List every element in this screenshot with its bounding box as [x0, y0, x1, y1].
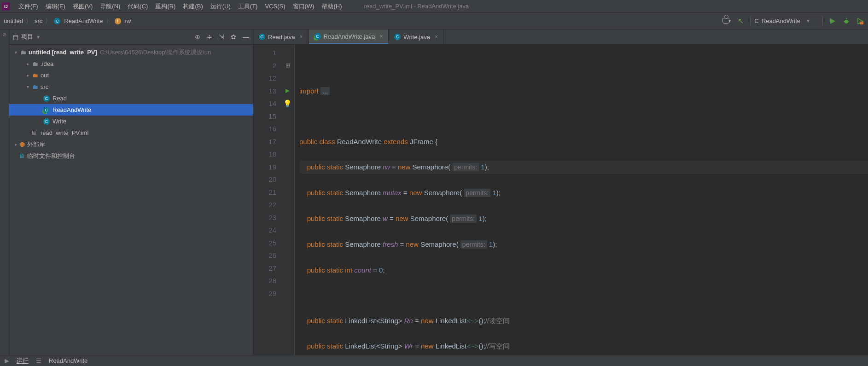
close-icon[interactable]: ×	[300, 34, 303, 40]
menu-view[interactable]: 视图(V)	[69, 2, 96, 11]
svg-marker-0	[830, 18, 835, 24]
menu-refactor[interactable]: 重构(R)	[151, 2, 179, 11]
menu-build[interactable]: 构建(B)	[179, 2, 206, 11]
tree-node-src[interactable]: ▾🖿 src	[9, 81, 253, 93]
editor-tabs: C Read.java× C ReadAndWrite.java× C Writ…	[253, 29, 868, 45]
project-view-icon: ▤	[13, 34, 18, 41]
status-context-icon: ☰	[36, 357, 41, 364]
tree-node-external-libs[interactable]: ▸🞧 外部库	[9, 139, 253, 150]
file-icon: 🗎	[31, 129, 39, 136]
navigation-bar: untitled 〉 src 〉 C ReadAndWrite 〉 f rw ▾…	[0, 13, 868, 29]
app-logo: IJ	[2, 2, 10, 11]
chevron-down-icon[interactable]: ▼	[36, 35, 41, 40]
status-context: ReadAndWrite	[49, 357, 87, 364]
breadcrumb-item[interactable]: untitled	[4, 17, 23, 24]
folder-icon: 🖿	[31, 84, 39, 90]
tool-window-stripe: ⎚	[0, 29, 9, 355]
structure-tool-button[interactable]: ⎚	[2, 32, 7, 37]
svg-marker-7	[285, 89, 290, 93]
folder-icon: 🖿	[31, 72, 39, 79]
line-number-gutter: 12121314151617181920212223242526272829	[253, 45, 281, 355]
run-button[interactable]	[828, 17, 837, 25]
class-icon: C	[43, 95, 50, 102]
run-gutter-icon[interactable]	[285, 88, 290, 93]
collapse-all-icon[interactable]: ⇲	[219, 33, 224, 41]
class-icon: C	[754, 17, 758, 24]
breadcrumb-item[interactable]: rw	[125, 17, 131, 24]
class-icon: C	[315, 33, 321, 40]
tree-node-write[interactable]: C Write	[9, 116, 253, 127]
menu-bar: IJ 文件(F) 编辑(E) 视图(V) 导航(N) 代码(C) 重构(R) 构…	[0, 0, 868, 13]
svg-rect-6	[860, 22, 863, 24]
class-icon: C	[394, 34, 401, 40]
locate-icon[interactable]: ⊕	[195, 33, 200, 41]
user-icon[interactable]: ▾	[722, 17, 731, 25]
tree-root[interactable]: ▾ 🖿 untitled [read_write_PV] C:\Users\64…	[9, 46, 253, 58]
breadcrumb-separator: 〉	[106, 17, 112, 25]
menu-vcs[interactable]: VCS(S)	[261, 3, 289, 10]
close-icon[interactable]: ×	[435, 34, 438, 40]
debug-button[interactable]	[842, 17, 851, 25]
project-panel: ▤ 项目 ▼ ⊕ ≑ ⇲ ✿ — ▾ 🖿 untitled [read_writ…	[9, 29, 253, 355]
breadcrumb-item[interactable]: ReadAndWrite	[64, 17, 103, 24]
expand-all-icon[interactable]: ≑	[207, 33, 212, 41]
breadcrumb-separator: 〉	[45, 17, 51, 25]
menu-window[interactable]: 窗口(W)	[289, 2, 318, 11]
tree-node-readwrite[interactable]: C ReadAndWrite	[9, 104, 253, 116]
run-coverage-button[interactable]	[856, 17, 864, 25]
svg-point-1	[845, 20, 848, 23]
breadcrumb-item[interactable]: src	[35, 17, 42, 24]
menu-file[interactable]: 文件(F)	[15, 2, 42, 11]
menu-edit[interactable]: 编辑(E)	[42, 2, 69, 11]
editor: C Read.java× C ReadAndWrite.java× C Writ…	[253, 29, 868, 355]
tree-node-out[interactable]: ▸🖿 out	[9, 70, 253, 81]
window-title: read_write_PV.iml - ReadAndWrite.java	[364, 3, 469, 10]
run-config-label: ReadAndWrite	[762, 17, 800, 24]
tree-node-read[interactable]: C Read	[9, 93, 253, 104]
gear-icon[interactable]: ✿	[231, 33, 236, 41]
class-icon: C	[259, 34, 265, 40]
scratch-icon: 🗎	[19, 152, 25, 159]
tab-write[interactable]: C Write.java×	[389, 29, 444, 44]
fold-icon[interactable]: ⊞	[285, 59, 290, 72]
breadcrumb-separator: 〉	[26, 17, 32, 25]
status-run-label: 运行	[17, 357, 29, 365]
menu-code[interactable]: 代码(C)	[124, 2, 151, 11]
code-text[interactable]: import ... public class ReadAndWrite ext…	[295, 45, 868, 355]
library-icon: 🞧	[19, 141, 25, 148]
class-icon: C	[43, 118, 50, 125]
close-icon[interactable]: ×	[379, 33, 383, 40]
menu-tools[interactable]: 工具(T)	[234, 2, 262, 11]
tree-node-iml[interactable]: 🗎 read_write_PV.iml	[9, 127, 253, 139]
tab-read[interactable]: C Read.java×	[253, 29, 309, 44]
folder-icon: 🖿	[19, 49, 27, 56]
field-icon: f	[115, 18, 121, 24]
breadcrumb: untitled 〉 src 〉 C ReadAndWrite 〉 f rw	[4, 17, 131, 25]
class-icon: C	[43, 107, 50, 113]
menu-run[interactable]: 运行(U)	[207, 2, 234, 11]
icon-gutter: ⊞ 💡	[281, 45, 295, 355]
status-bar: ▶ 运行 ☰ ReadAndWrite	[0, 355, 868, 366]
tree-node-scratches[interactable]: 🗎 临时文件和控制台	[9, 150, 253, 162]
tree-node-idea[interactable]: ▸🖿 .idea	[9, 58, 253, 70]
chevron-down-icon: ▼	[806, 18, 810, 23]
class-icon: C	[54, 18, 60, 24]
run-config-select[interactable]: C ReadAndWrite ▼	[750, 16, 823, 26]
hide-icon[interactable]: —	[243, 33, 249, 41]
bulb-icon[interactable]: 💡	[283, 97, 292, 110]
build-button[interactable]: ↖	[736, 17, 745, 25]
menu-help[interactable]: 帮助(H)	[318, 2, 345, 11]
project-panel-title: 项目	[21, 33, 33, 41]
menu-navigate[interactable]: 导航(N)	[96, 2, 124, 11]
folder-icon: 🖿	[31, 61, 39, 67]
project-tree[interactable]: ▾ 🖿 untitled [read_write_PV] C:\Users\64…	[9, 45, 253, 355]
code-area[interactable]: 12121314151617181920212223242526272829 ⊞…	[253, 45, 868, 355]
tab-readwrite[interactable]: C ReadAndWrite.java×	[309, 29, 389, 44]
